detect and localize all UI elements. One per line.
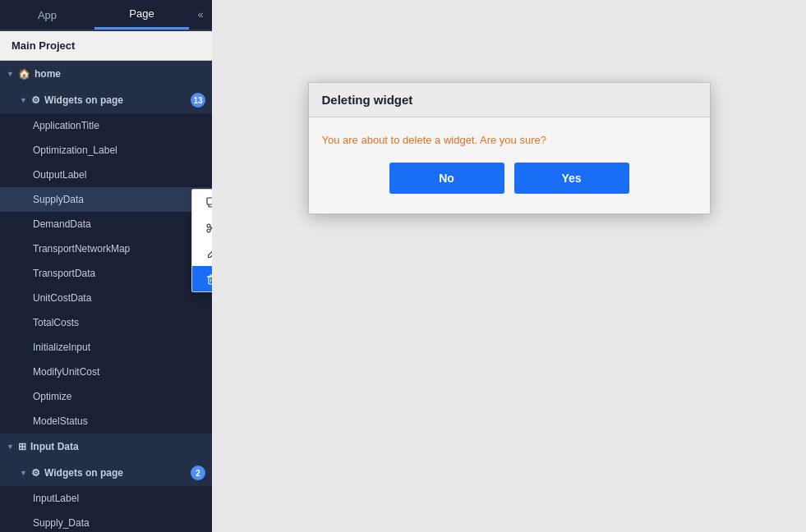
context-menu-rename[interactable]: Rename bbox=[192, 241, 212, 266]
triangle-icon: ▼ bbox=[7, 443, 15, 451]
tree-node-home[interactable]: ▼ 🏠 home bbox=[0, 61, 212, 87]
home-icon: 🏠 bbox=[18, 68, 30, 80]
tree-label-input-data: Input Data bbox=[30, 441, 79, 452]
triangle-icon: ▼ bbox=[20, 96, 28, 104]
dialog-header: Deleting widget bbox=[309, 83, 710, 117]
tree-node-widgets-home[interactable]: ▼ ⚙ Widgets on page 13 bbox=[0, 87, 212, 113]
tree-label-DemandData: DemandData bbox=[33, 218, 91, 230]
triangle-icon: ▼ bbox=[7, 70, 15, 78]
tree-label-UnitCostData: UnitCostData bbox=[33, 292, 91, 304]
dialog-message: You are about to delete a widget. Are yo… bbox=[322, 134, 697, 146]
tree-node-input-data[interactable]: ▼ ⊞ Input Data bbox=[0, 433, 212, 460]
tree-node-widgets-input[interactable]: ▼ ⚙ Widgets on page 2 bbox=[0, 460, 212, 486]
sidebar-tabs: App Page « bbox=[0, 0, 212, 31]
tree-label-InitializeInput: InitializeInput bbox=[33, 342, 90, 353]
tree-section: ▼ 🏠 home ▼ ⚙ Widgets on page 13 Applicat… bbox=[0, 61, 212, 532]
copy-icon bbox=[204, 197, 212, 209]
tree-label-TotalCosts: TotalCosts bbox=[33, 317, 79, 328]
widgets-badge-2: 2 bbox=[191, 466, 205, 480]
tree-label-Supply_Data: Supply_Data bbox=[33, 517, 90, 529]
project-name-bar: Main Project bbox=[0, 31, 212, 61]
tree-label-InputLabel: InputLabel bbox=[33, 493, 79, 504]
tree-item-TransportNetworkMap[interactable]: TransportNetworkMap bbox=[0, 236, 212, 261]
tree-label-widgets-input: Widgets on page bbox=[44, 467, 123, 479]
context-menu-cut[interactable]: Cut bbox=[192, 215, 212, 241]
dialog-yes-button[interactable]: Yes bbox=[514, 163, 629, 194]
tree-item-Supply_Data[interactable]: Supply_Data bbox=[0, 511, 212, 532]
widgets-icon-2: ⚙ bbox=[31, 467, 40, 479]
trash-icon bbox=[204, 273, 212, 285]
collapse-button[interactable]: « bbox=[189, 0, 212, 30]
widgets-icon: ⚙ bbox=[31, 94, 40, 106]
triangle-icon: ▼ bbox=[20, 469, 28, 477]
delete-dialog: Deleting widget You are about to delete … bbox=[308, 82, 711, 214]
tree-label-TransportNetworkMap: TransportNetworkMap bbox=[33, 243, 130, 255]
dialog-buttons: No Yes bbox=[322, 163, 697, 194]
tree-label-ApplicationTitle: ApplicationTitle bbox=[33, 120, 99, 131]
tree-item-InitializeInput[interactable]: InitializeInput bbox=[0, 335, 212, 360]
tree-item-SupplyData[interactable]: SupplyData ⋮ bbox=[0, 187, 212, 212]
tree-item-TransportData[interactable]: TransportData bbox=[0, 261, 212, 286]
tree-item-Optimize[interactable]: Optimize bbox=[0, 384, 212, 409]
widgets-badge: 13 bbox=[191, 93, 205, 108]
tree-label-Optimize: Optimize bbox=[33, 391, 71, 402]
tree-item-ApplicationTitle[interactable]: ApplicationTitle bbox=[0, 113, 212, 138]
pencil-icon bbox=[204, 248, 212, 259]
tab-page[interactable]: Page bbox=[94, 0, 189, 30]
tree-item-DemandData[interactable]: DemandData bbox=[0, 212, 212, 236]
scissors-icon bbox=[204, 222, 212, 234]
tree-item-TotalCosts[interactable]: TotalCosts bbox=[0, 310, 212, 335]
tree-item-OutputLabel[interactable]: OutputLabel bbox=[0, 163, 212, 187]
tree-label-SupplyData: SupplyData bbox=[33, 194, 84, 205]
svg-rect-1 bbox=[207, 198, 212, 204]
context-menu-delete[interactable]: Delete bbox=[192, 266, 212, 291]
tree-item-ModelStatus[interactable]: ModelStatus bbox=[0, 409, 212, 433]
tree-label-TransportData: TransportData bbox=[33, 268, 95, 279]
sidebar: App Page « Main Project ▼ 🏠 home ▼ ⚙ Wid… bbox=[0, 0, 212, 532]
tree-label-ModifyUnitCost: ModifyUnitCost bbox=[33, 366, 99, 378]
tree-item-Optimization_Label[interactable]: Optimization_Label bbox=[0, 138, 212, 163]
tree-item-ModifyUnitCost[interactable]: ModifyUnitCost bbox=[0, 360, 212, 384]
tab-app[interactable]: App bbox=[0, 0, 94, 30]
tree-label-OutputLabel: OutputLabel bbox=[33, 169, 86, 181]
tree-label-ModelStatus: ModelStatus bbox=[33, 415, 88, 427]
tree-label-home: home bbox=[35, 68, 61, 80]
context-menu: Copy Cut Rename bbox=[191, 189, 212, 292]
tree-label-widgets-home: Widgets on page bbox=[44, 94, 123, 106]
main-area: Deleting widget You are about to delete … bbox=[212, 0, 806, 532]
tree-item-UnitCostData[interactable]: UnitCostData bbox=[0, 286, 212, 310]
context-menu-copy[interactable]: Copy bbox=[192, 190, 212, 215]
tree-item-InputLabel[interactable]: InputLabel bbox=[0, 486, 212, 511]
tree-label-Optimization_Label: Optimization_Label bbox=[33, 144, 117, 156]
dialog-no-button[interactable]: No bbox=[389, 163, 504, 194]
dialog-body: You are about to delete a widget. Are yo… bbox=[309, 117, 710, 213]
grid-icon: ⊞ bbox=[18, 441, 26, 452]
